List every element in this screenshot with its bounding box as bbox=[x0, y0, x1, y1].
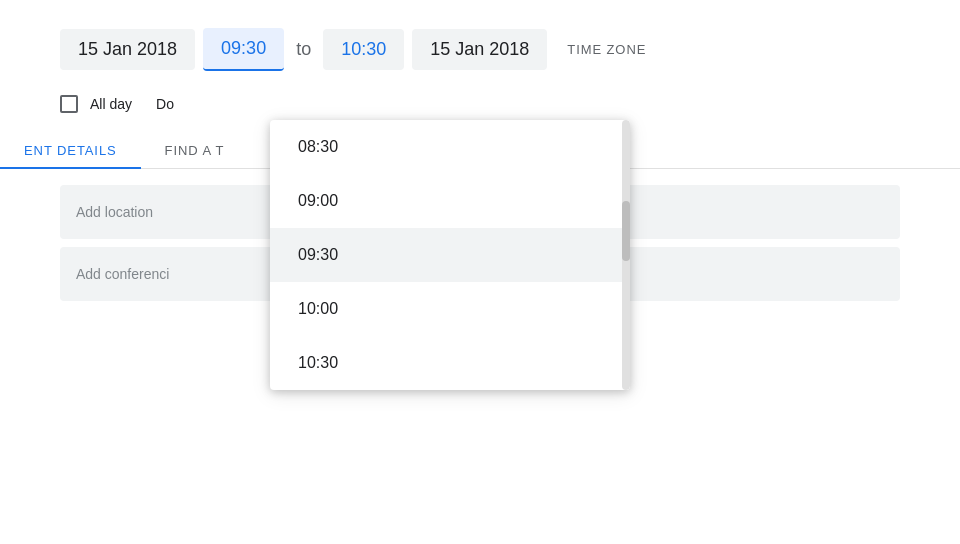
end-date-chip[interactable]: 15 Jan 2018 bbox=[412, 29, 547, 70]
time-dropdown: 08:30 09:00 09:30 10:00 10:30 bbox=[270, 120, 630, 390]
dropdown-item-1030[interactable]: 10:30 bbox=[270, 336, 630, 390]
allday-row: All day Do bbox=[0, 87, 960, 121]
start-date-chip[interactable]: 15 Jan 2018 bbox=[60, 29, 195, 70]
dropdown-item-0930[interactable]: 09:30 bbox=[270, 228, 630, 282]
dropdown-item-1000[interactable]: 10:00 bbox=[270, 282, 630, 336]
repeat-label[interactable]: Do bbox=[156, 96, 174, 112]
allday-checkbox[interactable] bbox=[60, 95, 78, 113]
dropdown-item-0900[interactable]: 09:00 bbox=[270, 174, 630, 228]
start-time-chip[interactable]: 09:30 bbox=[203, 28, 284, 71]
allday-label: All day bbox=[90, 96, 132, 112]
dropdown-item-0830[interactable]: 08:30 bbox=[270, 120, 630, 174]
add-location-placeholder: Add location bbox=[76, 204, 153, 220]
add-conferencing-placeholder: Add conferenci bbox=[76, 266, 169, 282]
dropdown-scrollbar bbox=[622, 120, 630, 390]
timezone-button[interactable]: TIME ZONE bbox=[567, 42, 646, 57]
time-separator: to bbox=[292, 39, 315, 60]
tab-find-time[interactable]: FIND A T bbox=[141, 133, 249, 168]
end-time-chip[interactable]: 10:30 bbox=[323, 29, 404, 70]
dropdown-scrollbar-thumb bbox=[622, 201, 630, 261]
datetime-bar: 15 Jan 2018 09:30 to 10:30 15 Jan 2018 T… bbox=[0, 0, 960, 87]
tab-event-details[interactable]: ENT DETAILS bbox=[0, 133, 141, 168]
